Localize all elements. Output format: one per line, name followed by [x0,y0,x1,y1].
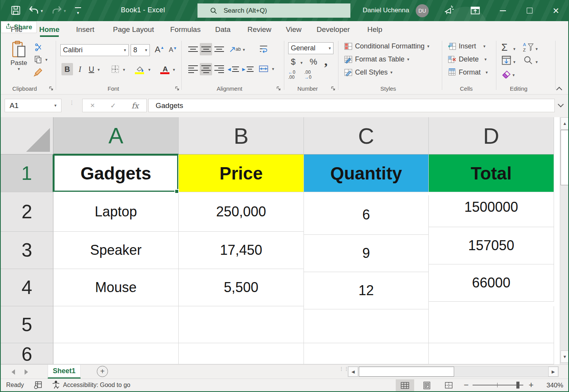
formula-input[interactable]: Gadgets [148,99,555,112]
merge-center-icon[interactable] [257,62,270,75]
cut-icon[interactable] [33,42,45,52]
zoom-slider-track[interactable] [473,385,523,385]
sort-filter-icon[interactable]: A Z [523,42,534,54]
cell-c2[interactable]: 6 [304,195,429,235]
zoom-in-icon[interactable]: + [529,380,534,390]
enter-formula-icon[interactable]: ✓ [110,101,116,110]
vertical-scrollbar[interactable]: ▲ ▼ [560,117,569,364]
cancel-formula-icon[interactable]: × [90,101,95,110]
cell-d6[interactable] [429,343,554,364]
borders-icon[interactable] [109,63,121,75]
orientation-icon[interactable]: ab [228,43,241,55]
zoom-level[interactable]: 340% [542,382,563,389]
format-cells-button[interactable]: Format ▾ [448,68,488,76]
scroll-left-icon[interactable]: ◀ [348,367,358,377]
cell-d5[interactable] [429,306,554,343]
undo-icon[interactable] [28,5,39,15]
merge-dropdown-icon[interactable]: ▾ [272,67,274,71]
fill-down-icon[interactable] [501,55,511,67]
select-all-corner[interactable] [1,117,53,154]
tab-splitter-dots[interactable]: ⋮⋮ [339,368,342,375]
page-break-preview-icon[interactable] [440,379,458,391]
bold-button[interactable]: B [61,63,73,75]
tab-page-layout[interactable]: Page Layout [111,21,156,38]
tab-home[interactable]: Home [38,21,61,38]
feedback-megaphone-icon[interactable] [443,5,455,17]
cell-d1[interactable]: Total [429,154,554,192]
zoom-out-icon[interactable]: − [464,380,469,390]
cell-b6[interactable] [179,343,304,364]
cell-c5[interactable] [304,306,429,343]
maximize-button[interactable] [520,0,539,21]
increase-indent-icon[interactable]: ▶ [241,63,254,75]
borders-dropdown-icon[interactable]: ▾ [123,68,125,72]
cell-d3[interactable]: 157050 [429,227,554,264]
fill-dropdown-icon[interactable]: ▾ [513,60,516,64]
macro-record-icon[interactable] [34,381,42,391]
font-size-select[interactable]: 8 ▾ [131,44,150,56]
autosum-dropdown-icon[interactable]: ▾ [513,47,516,51]
column-header-d[interactable]: D [429,117,554,154]
zoom-slider-thumb[interactable] [516,382,519,389]
paste-button[interactable]: Paste ▾ [7,41,31,79]
tab-review[interactable]: Review [246,21,273,38]
tab-data[interactable]: Data [214,21,232,38]
fill-color-dropdown-icon[interactable]: ▾ [148,68,151,72]
center-icon[interactable] [200,63,212,75]
column-header-c[interactable]: C [304,117,429,154]
decrease-font-size-icon[interactable]: A▼ [167,44,179,56]
italic-button[interactable]: I [75,63,85,75]
font-dialog-launcher-icon[interactable] [174,85,181,91]
find-select-dropdown-icon[interactable]: ▾ [536,60,538,64]
horizontal-scrollbar[interactable]: ◀ ▶ [348,366,559,377]
autosum-icon[interactable]: Σ [501,42,508,53]
avatar[interactable]: DU [416,4,429,17]
scroll-up-icon[interactable]: ▲ [561,117,569,130]
redo-dropdown-icon[interactable]: ▾ [64,8,66,13]
bottom-align-icon[interactable] [213,43,225,55]
tab-file[interactable]: File [9,21,24,38]
tab-formulas[interactable]: Formulas [169,21,202,38]
cell-b3[interactable]: 17,450 [179,232,304,269]
cell-a4[interactable]: Mouse [53,269,179,306]
cell-a6[interactable] [53,343,179,364]
expand-formula-bar-icon[interactable] [558,101,564,108]
cell-a2[interactable]: Laptop [53,192,179,232]
close-button[interactable]: × [547,0,565,21]
delete-cells-button[interactable]: Delete ▾ [448,55,487,63]
search-box[interactable]: Search (Alt+Q) [197,3,350,18]
decrease-decimal-icon[interactable]: .00→0 [304,70,312,80]
row-header-5[interactable]: 5 [1,306,53,343]
font-color-icon[interactable]: A [159,62,171,75]
cell-d2[interactable]: 1500000 [429,188,554,227]
account-name[interactable]: Daniel Uchenna [358,7,414,14]
increase-font-size-icon[interactable]: A▲ [153,43,166,56]
clear-eraser-icon[interactable] [501,69,511,80]
row-header-4[interactable]: 4 [1,269,53,306]
cell-c3[interactable]: 9 [304,235,429,272]
sheet-tab-sheet1[interactable]: Sheet1 [48,365,81,379]
collapse-ribbon-icon[interactable] [556,87,562,93]
row-header-6[interactable]: 6 [1,343,53,364]
find-select-icon[interactable] [523,55,533,67]
ribbon-display-options-icon[interactable] [470,6,480,16]
save-icon[interactable] [11,5,21,15]
currency-format-icon[interactable]: $ [291,57,295,67]
cell-c1[interactable]: Quantity [304,154,429,192]
underline-button[interactable]: U [86,63,97,75]
cell-styles-button[interactable]: Cell Styles ▾ [344,68,393,76]
number-dialog-launcher-icon[interactable] [330,85,337,91]
fill-color-icon[interactable] [134,62,146,75]
row-header-2[interactable]: 2 [1,192,53,232]
currency-dropdown-icon[interactable]: ▾ [300,61,303,65]
align-left-icon[interactable] [187,63,199,75]
orientation-dropdown-icon[interactable]: ▾ [243,48,245,52]
scroll-down-icon[interactable]: ▼ [561,350,569,363]
customize-quick-access-icon[interactable]: ▾ [75,7,81,16]
wrap-text-icon[interactable] [256,42,271,56]
font-name-select[interactable]: Calibri ▾ [60,44,129,56]
number-format-select[interactable]: General ▾ [288,42,333,54]
copy-icon[interactable] [32,55,44,65]
redo-icon[interactable] [51,5,62,15]
scroll-right-icon[interactable]: ▶ [548,367,558,377]
